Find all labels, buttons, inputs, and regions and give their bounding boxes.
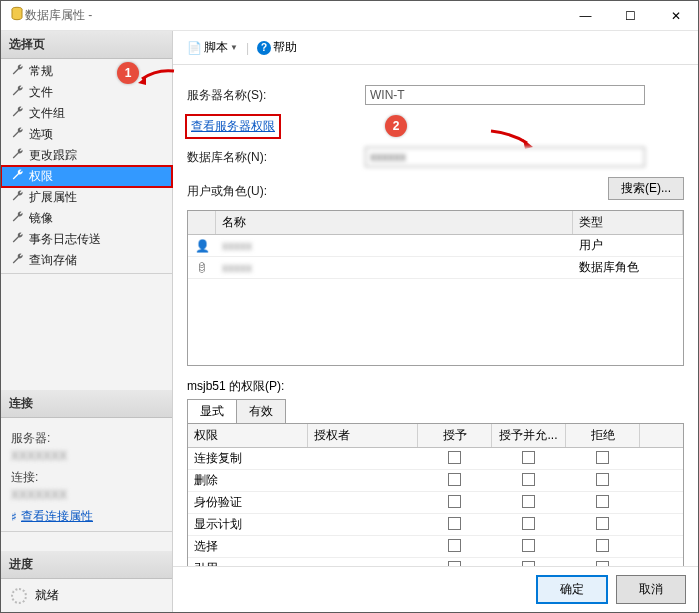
permission-row[interactable]: 身份验证	[188, 492, 683, 514]
progress-spinner-icon	[11, 588, 27, 604]
ok-button[interactable]: 确定	[536, 575, 608, 604]
script-button[interactable]: 📄 脚本 ▼	[183, 37, 242, 58]
help-button[interactable]: ? 帮助	[253, 37, 301, 58]
withgrant-checkbox[interactable]	[522, 473, 535, 486]
toolbar: 📄 脚本 ▼ | ? 帮助	[173, 31, 698, 65]
deny-checkbox[interactable]	[596, 495, 609, 508]
nav-item-8[interactable]: 事务日志传送	[1, 229, 172, 250]
table-row[interactable]: 👤xxxxx用户	[188, 235, 683, 257]
database-icon	[9, 6, 25, 25]
users-roles-label: 用户或角色(U):	[187, 183, 357, 200]
nav-item-9[interactable]: 查询存储	[1, 250, 172, 271]
connection-properties-icon: ♯	[11, 510, 17, 524]
server-label: 服务器:	[11, 430, 162, 447]
col-grantor: 授权者	[308, 424, 418, 447]
tab-effective[interactable]: 有效	[236, 399, 286, 423]
wrench-icon	[11, 168, 25, 185]
connection-value: XXXXXXX	[11, 488, 162, 502]
nav-item-4[interactable]: 更改跟踪	[1, 145, 172, 166]
wrench-icon	[11, 210, 25, 227]
maximize-button[interactable]: ☐	[608, 1, 653, 30]
grant-checkbox[interactable]	[448, 495, 461, 508]
wrench-icon	[11, 63, 25, 80]
wrench-icon	[11, 231, 25, 248]
wrench-icon	[11, 84, 25, 101]
help-icon: ?	[257, 41, 271, 55]
view-connection-properties-link[interactable]: 查看连接属性	[21, 508, 93, 525]
col-deny: 拒绝	[566, 424, 640, 447]
progress-status: 就绪	[35, 587, 59, 604]
col-withgrant: 授予并允...	[492, 424, 566, 447]
grant-checkbox[interactable]	[448, 539, 461, 552]
database-name-input[interactable]	[365, 147, 645, 167]
nav-list: 常规文件文件组选项更改跟踪权限扩展属性镜像事务日志传送查询存储	[1, 59, 172, 273]
nav-item-7[interactable]: 镜像	[1, 208, 172, 229]
withgrant-checkbox[interactable]	[522, 517, 535, 530]
cancel-button[interactable]: 取消	[616, 575, 686, 604]
sidebar: 选择页 常规文件文件组选项更改跟踪权限扩展属性镜像事务日志传送查询存储 1 连接…	[1, 31, 173, 612]
permission-row[interactable]: 引用	[188, 558, 683, 566]
select-page-head: 选择页	[1, 31, 172, 59]
wrench-icon	[11, 147, 25, 164]
deny-checkbox[interactable]	[596, 473, 609, 486]
grant-checkbox[interactable]	[448, 451, 461, 464]
users-roles-grid[interactable]: 名称 类型 👤xxxxx用户🛢xxxxx数据库角色	[187, 210, 684, 366]
progress-head: 进度	[1, 551, 172, 579]
permissions-title: msjb51 的权限(P):	[187, 378, 684, 395]
nav-item-2[interactable]: 文件组	[1, 103, 172, 124]
server-name-input[interactable]	[365, 85, 645, 105]
col-name-header: 名称	[216, 211, 573, 234]
annotation-marker-2: 2	[385, 115, 407, 137]
server-name-label: 服务器名称(S):	[187, 87, 357, 104]
annotation-arrow-1	[136, 67, 176, 87]
table-row[interactable]: 🛢xxxxx数据库角色	[188, 257, 683, 279]
grant-checkbox[interactable]	[448, 473, 461, 486]
wrench-icon	[11, 189, 25, 206]
nav-item-6[interactable]: 扩展属性	[1, 187, 172, 208]
view-server-permissions-link[interactable]: 查看服务器权限	[191, 119, 275, 133]
nav-item-5[interactable]: 权限	[1, 166, 172, 187]
withgrant-checkbox[interactable]	[522, 495, 535, 508]
permission-row[interactable]: 显示计划	[188, 514, 683, 536]
wrench-icon	[11, 252, 25, 269]
user-icon: 👤	[188, 239, 216, 253]
deny-checkbox[interactable]	[596, 517, 609, 530]
chevron-down-icon: ▼	[230, 43, 238, 52]
window-title-prefix: 数据库属性 -	[25, 8, 92, 22]
minimize-button[interactable]: —	[563, 1, 608, 30]
withgrant-checkbox[interactable]	[522, 451, 535, 464]
close-button[interactable]: ✕	[653, 1, 698, 30]
tab-explicit[interactable]: 显式	[187, 399, 237, 423]
role-icon: 🛢	[188, 261, 216, 275]
server-value: XXXXXXX	[11, 449, 162, 463]
col-grant: 授予	[418, 424, 492, 447]
database-name-label: 数据库名称(N):	[187, 149, 357, 166]
connection-head: 连接	[1, 390, 172, 418]
deny-checkbox[interactable]	[596, 451, 609, 464]
col-type-header: 类型	[573, 211, 683, 234]
permission-row[interactable]: 选择	[188, 536, 683, 558]
titlebar: 数据库属性 - — ☐ ✕	[1, 1, 698, 31]
withgrant-checkbox[interactable]	[522, 539, 535, 552]
permissions-grid[interactable]: 权限 授权者 授予 授予并允... 拒绝 连接复制删除身份验证显示计划选择引用执…	[187, 424, 684, 566]
deny-checkbox[interactable]	[596, 539, 609, 552]
nav-item-3[interactable]: 选项	[1, 124, 172, 145]
col-permission: 权限	[188, 424, 308, 447]
permissions-tabs: 显式有效	[187, 399, 684, 424]
permission-row[interactable]: 删除	[188, 470, 683, 492]
wrench-icon	[11, 126, 25, 143]
script-icon: 📄	[187, 41, 202, 55]
search-button[interactable]: 搜索(E)...	[608, 177, 684, 200]
grant-checkbox[interactable]	[448, 517, 461, 530]
permission-row[interactable]: 连接复制	[188, 448, 683, 470]
connection-label: 连接:	[11, 469, 162, 486]
wrench-icon	[11, 105, 25, 122]
